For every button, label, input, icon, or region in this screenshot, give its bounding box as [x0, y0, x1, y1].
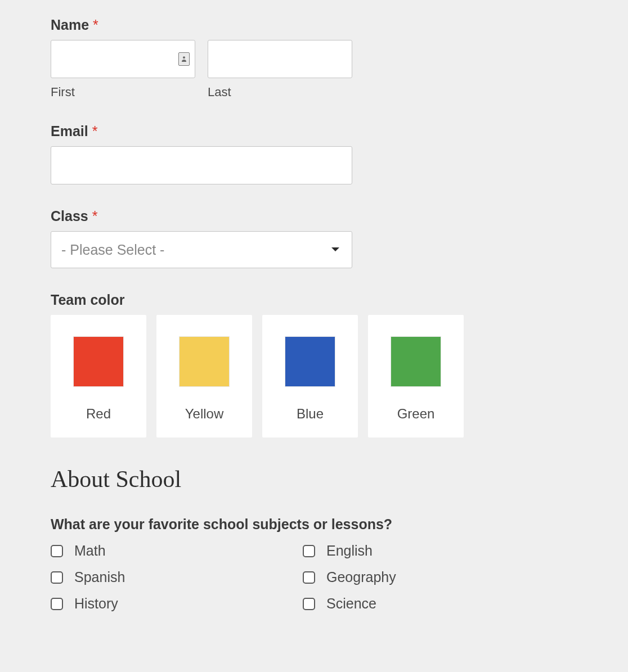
- checkbox-label[interactable]: Geography: [326, 569, 396, 585]
- color-swatch: [179, 336, 230, 387]
- color-card-red[interactable]: Red: [51, 315, 146, 438]
- subject-item-science: Science: [303, 596, 555, 612]
- checkbox-label[interactable]: History: [74, 596, 118, 612]
- subject-item-history: History: [51, 596, 303, 612]
- color-card-yellow[interactable]: Yellow: [156, 315, 252, 438]
- subjects-group: What are your favorite school subjects o…: [51, 516, 577, 612]
- checkbox-label[interactable]: Math: [74, 543, 106, 559]
- name-group: Name * First Last: [51, 17, 577, 100]
- color-swatch: [73, 336, 124, 387]
- color-swatch: [285, 336, 335, 387]
- class-label: Class *: [51, 208, 577, 224]
- color-card-blue[interactable]: Blue: [262, 315, 358, 438]
- about-school-heading: About School: [51, 466, 577, 493]
- required-asterisk: *: [92, 123, 98, 139]
- class-group: Class * - Please Select -: [51, 208, 577, 268]
- required-asterisk: *: [93, 17, 98, 33]
- email-input[interactable]: [51, 146, 352, 184]
- checkbox-label[interactable]: Science: [326, 596, 376, 612]
- email-label-text: Email: [51, 123, 88, 139]
- checkbox-label[interactable]: English: [326, 543, 373, 559]
- name-label-text: Name: [51, 17, 89, 33]
- color-swatch: [391, 336, 441, 387]
- first-name-input[interactable]: [51, 40, 195, 78]
- email-group: Email *: [51, 123, 577, 184]
- last-name-input[interactable]: [208, 40, 352, 78]
- subjects-question: What are your favorite school subjects o…: [51, 516, 577, 533]
- email-label: Email *: [51, 123, 577, 139]
- checkbox[interactable]: [303, 545, 315, 557]
- subject-item-geography: Geography: [303, 569, 555, 585]
- name-label: Name *: [51, 17, 577, 33]
- team-color-group: Team color RedYellowBlueGreen: [51, 292, 577, 438]
- color-card-green[interactable]: Green: [368, 315, 464, 438]
- team-color-label: Team color: [51, 292, 577, 308]
- checkbox[interactable]: [303, 598, 315, 610]
- class-label-text: Class: [51, 208, 88, 224]
- color-label: Red: [86, 406, 111, 422]
- subject-item-spanish: Spanish: [51, 569, 303, 585]
- color-label: Yellow: [185, 406, 224, 422]
- required-asterisk: *: [92, 208, 98, 224]
- checkbox[interactable]: [303, 571, 315, 584]
- subject-item-math: Math: [51, 543, 303, 559]
- last-name-sublabel: Last: [208, 85, 352, 100]
- subject-item-english: English: [303, 543, 555, 559]
- color-label: Blue: [297, 406, 324, 422]
- checkbox-label[interactable]: Spanish: [74, 569, 125, 585]
- color-label: Green: [397, 406, 435, 422]
- checkbox[interactable]: [51, 545, 63, 557]
- checkbox[interactable]: [51, 598, 63, 610]
- class-select[interactable]: - Please Select -: [51, 231, 352, 268]
- first-name-sublabel: First: [51, 85, 195, 100]
- checkbox[interactable]: [51, 571, 63, 584]
